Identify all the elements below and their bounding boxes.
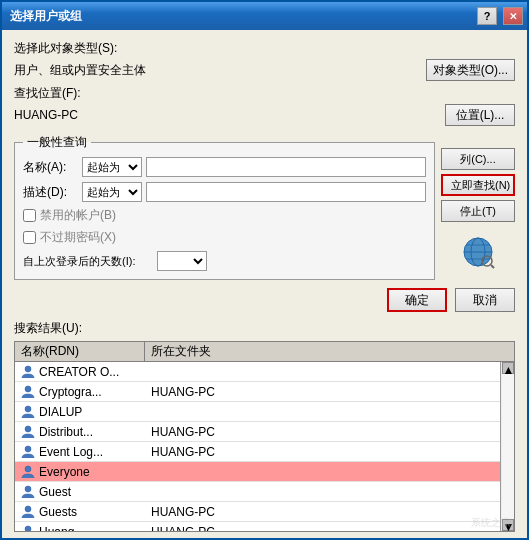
td-folder: HUANG-PC	[145, 444, 500, 460]
table-scroll-wrapper: CREATOR O... Cryptogra... HUANG-PC DIALU…	[15, 362, 514, 531]
location-label-row: 查找位置(F):	[14, 85, 515, 102]
desc-query-select[interactable]: 起始为	[82, 182, 142, 202]
cancel-button[interactable]: 取消	[455, 288, 515, 312]
help-button[interactable]: ?	[477, 7, 497, 25]
table-row[interactable]: Guests HUANG-PC	[15, 502, 500, 522]
svg-point-7	[25, 366, 31, 372]
row-name-text: CREATOR O...	[39, 365, 119, 379]
td-folder	[145, 491, 500, 493]
svg-point-14	[25, 506, 31, 512]
checkbox-disabled[interactable]	[23, 209, 36, 222]
search-results-section: 搜索结果(U): 名称(RDN) 所在文件夹 CREATOR O... Cryp…	[2, 320, 527, 538]
checkbox-noexpiry-label: 不过期密码(X)	[40, 229, 116, 246]
svg-point-9	[25, 406, 31, 412]
lastlogin-select[interactable]	[157, 251, 207, 271]
td-folder: HUANG-PC	[145, 424, 500, 440]
object-type-value: 用户、组或内置安全主体	[14, 62, 420, 79]
user-icon	[21, 505, 35, 519]
table-row[interactable]: Distribut... HUANG-PC	[15, 422, 500, 442]
table-row[interactable]: Everyone	[15, 462, 500, 482]
td-name: Distribut...	[15, 424, 145, 440]
globe-icon	[460, 234, 496, 270]
td-folder: HUANG-PC	[145, 504, 500, 520]
name-query-select[interactable]: 起始为	[82, 157, 142, 177]
table-row[interactable]: Huang HUANG-PC	[15, 522, 500, 531]
col-button[interactable]: 列(C)...	[441, 148, 515, 170]
svg-point-13	[25, 486, 31, 492]
desc-query-input[interactable]	[146, 182, 426, 202]
td-name: Guests	[15, 504, 145, 520]
table-header: 名称(RDN) 所在文件夹	[15, 342, 514, 362]
td-folder	[145, 371, 500, 373]
name-query-input[interactable]	[146, 157, 426, 177]
lastlogin-row: 自上次登录后的天数(I):	[23, 251, 426, 271]
close-button[interactable]: ✕	[503, 7, 523, 25]
scrollbar[interactable]: ▲ ▼	[500, 362, 514, 531]
user-icon	[21, 525, 35, 532]
svg-point-11	[25, 446, 31, 452]
user-icon	[21, 385, 35, 399]
search-results-label: 搜索结果(U):	[14, 320, 515, 337]
user-icon	[21, 465, 35, 479]
desc-query-label: 描述(D):	[23, 184, 78, 201]
dialog-title: 选择用户或组	[10, 8, 82, 25]
table-row[interactable]: Cryptogra... HUANG-PC	[15, 382, 500, 402]
table-row[interactable]: CREATOR O...	[15, 362, 500, 382]
row-name-text: Event Log...	[39, 445, 103, 459]
row-name-text: Distribut...	[39, 425, 93, 439]
top-section: 选择此对象类型(S): 用户、组或内置安全主体 对象类型(O)... 查找位置(…	[2, 30, 527, 284]
name-query-label: 名称(A):	[23, 159, 78, 176]
td-name: Guest	[15, 484, 145, 500]
table-row[interactable]: Event Log... HUANG-PC	[15, 442, 500, 462]
checkbox-noexpiry-row: 不过期密码(X)	[23, 229, 426, 246]
object-type-label: 选择此对象类型(S):	[14, 40, 117, 57]
search-now-button[interactable]: 立即查找(N)	[441, 174, 515, 196]
td-folder	[145, 471, 500, 473]
checkbox-disabled-row: 禁用的帐户(B)	[23, 207, 426, 224]
td-folder	[145, 411, 500, 413]
row-name-text: Guests	[39, 505, 77, 519]
checkbox-noexpiry[interactable]	[23, 231, 36, 244]
lastlogin-label: 自上次登录后的天数(I):	[23, 254, 153, 269]
td-folder: HUANG-PC	[145, 524, 500, 532]
svg-point-10	[25, 426, 31, 432]
confirm-row: 确定 取消	[2, 284, 527, 320]
row-name-text: Guest	[39, 485, 71, 499]
row-name-text: Cryptogra...	[39, 385, 102, 399]
col-header-folder: 所在文件夹	[145, 342, 514, 361]
table-row[interactable]: DIALUP	[15, 402, 500, 422]
query-section: 一般性查询 名称(A): 起始为 描述(D): 起始为	[14, 132, 515, 280]
td-name: Everyone	[15, 464, 145, 480]
name-query-row: 名称(A): 起始为	[23, 157, 426, 177]
results-table: 名称(RDN) 所在文件夹 CREATOR O... Cryptogra... …	[14, 341, 515, 532]
ok-button[interactable]: 确定	[387, 288, 447, 312]
user-icon	[21, 445, 35, 459]
user-icon	[21, 485, 35, 499]
td-name: DIALUP	[15, 404, 145, 420]
table-body: CREATOR O... Cryptogra... HUANG-PC DIALU…	[15, 362, 500, 531]
user-icon	[21, 425, 35, 439]
row-name-text: Everyone	[39, 465, 90, 479]
row-name-text: DIALUP	[39, 405, 82, 419]
desc-query-row: 描述(D): 起始为	[23, 182, 426, 202]
table-row[interactable]: Guest	[15, 482, 500, 502]
location-button[interactable]: 位置(L)...	[445, 104, 515, 126]
stop-button[interactable]: 停止(T)	[441, 200, 515, 222]
title-bar-buttons: ? ✕	[477, 7, 523, 25]
checkbox-disabled-label: 禁用的帐户(B)	[40, 207, 116, 224]
location-value-row: HUANG-PC 位置(L)...	[14, 104, 515, 126]
row-name-text: Huang	[39, 525, 74, 532]
object-type-button[interactable]: 对象类型(O)...	[426, 59, 515, 81]
td-name: Huang	[15, 524, 145, 532]
td-name: Event Log...	[15, 444, 145, 460]
location-label: 查找位置(F):	[14, 85, 81, 102]
general-query-fieldset: 一般性查询 名称(A): 起始为 描述(D): 起始为	[14, 134, 435, 280]
object-type-row: 选择此对象类型(S):	[14, 40, 515, 57]
object-type-value-row: 用户、组或内置安全主体 对象类型(O)...	[14, 59, 515, 81]
td-name: CREATOR O...	[15, 364, 145, 380]
fieldset-legend: 一般性查询	[23, 134, 91, 151]
fieldset-content: 名称(A): 起始为 描述(D): 起始为	[23, 157, 426, 271]
user-icon	[21, 405, 35, 419]
globe-icon-container	[441, 234, 515, 270]
col-header-name: 名称(RDN)	[15, 342, 145, 361]
